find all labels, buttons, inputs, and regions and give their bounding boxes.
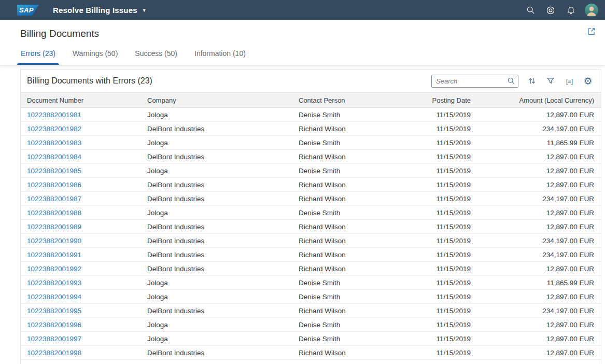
notifications-bell-icon[interactable] (565, 4, 577, 17)
posting-date-cell: 11/15/2019 (417, 164, 475, 178)
company-cell: Jologa (141, 108, 292, 122)
column-header-document-number[interactable]: Document Number (21, 93, 141, 108)
amount-cell: 12,897.00 EUR (475, 178, 601, 192)
document-number-link[interactable]: 10223882001983 (27, 139, 81, 147)
contact-person-cell: Denise Smith (292, 108, 417, 122)
document-number-link[interactable]: 10223882001993 (27, 279, 81, 287)
tab-warnings[interactable]: Warnings (50) (73, 49, 118, 65)
user-avatar[interactable] (585, 4, 598, 17)
contact-person-cell: Richard Wilson (292, 220, 417, 234)
amount-cell: 12,897.00 EUR (475, 318, 601, 332)
company-cell: DelBont Industries (141, 304, 292, 318)
tab-success[interactable]: Success (50) (135, 49, 177, 65)
table-row: 10223882001991 DelBont Industries Richar… (21, 248, 601, 262)
contact-person-cell: Richard Wilson (292, 178, 417, 192)
amount-cell: 234,197.00 EUR (475, 248, 601, 262)
column-header-company[interactable]: Company (141, 93, 292, 108)
posting-date-cell: 11/15/2019 (417, 122, 475, 136)
contact-person-cell: Richard Wilson (292, 150, 417, 164)
column-header-posting-date[interactable]: Posting Date (417, 93, 475, 108)
posting-date-cell: 11/15/2019 (417, 276, 475, 290)
company-cell: DelBont Industries (141, 248, 292, 262)
search-box (431, 75, 518, 88)
contact-person-cell: Richard Wilson (292, 262, 417, 276)
document-number-link[interactable]: 10223882001990 (27, 237, 81, 245)
posting-date-cell: 11/15/2019 (417, 206, 475, 220)
document-number-link[interactable]: 10223882001987 (27, 195, 81, 203)
table-row: 10223882001990 DelBont Industries Richar… (21, 234, 601, 248)
amount-cell: 234,197.00 EUR (475, 192, 601, 206)
column-header-contact-person[interactable]: Contact Person (292, 93, 417, 108)
document-number-link[interactable]: 10223882001995 (27, 307, 81, 315)
document-number-link[interactable]: 10223882001998 (27, 349, 81, 357)
company-cell: Jologa (141, 206, 292, 220)
contact-person-cell: Denise Smith (292, 276, 417, 290)
table-title: Billing Documents with Errors (23) (27, 76, 152, 86)
company-cell: Jologa (141, 136, 292, 150)
contact-person-cell: Richard Wilson (292, 248, 417, 262)
document-number-link[interactable]: 10223882001996 (27, 321, 81, 329)
settings-gear-icon[interactable]: ⚙ (583, 76, 593, 86)
company-cell: DelBont Industries (141, 220, 292, 234)
group-icon[interactable]: [≡] (564, 76, 574, 86)
table-row: 10223882001997 Jologa Denise Smith 11/15… (21, 332, 601, 346)
posting-date-cell: 11/15/2019 (417, 220, 475, 234)
table-row: 10223882001989 DelBont Industries Richar… (21, 220, 601, 234)
sap-logo[interactable]: SAP (17, 5, 39, 16)
amount-cell: 12,897.00 EUR (475, 332, 601, 346)
amount-cell: 12,897.00 EUR (475, 220, 601, 234)
contact-person-cell: Denise Smith (292, 290, 417, 304)
table-row: 10223882001993 Jologa Denise Smith 11/15… (21, 276, 601, 290)
posting-date-cell: 11/15/2019 (417, 318, 475, 332)
shellbar: SAP Resolve Billing Issues ▼ (0, 0, 605, 20)
document-number-link[interactable]: 10223882001989 (27, 223, 81, 231)
posting-date-cell: 11/15/2019 (417, 290, 475, 304)
posting-date-cell: 11/15/2019 (417, 346, 475, 360)
document-number-link[interactable]: 10223882001991 (27, 251, 81, 259)
document-number-link[interactable]: 10223882001985 (27, 167, 81, 175)
document-number-link[interactable]: 10223882001994 (27, 293, 81, 301)
toolbar-actions: [≡] ⚙ (431, 75, 593, 88)
table-header: Document Number Company Contact Person P… (21, 93, 601, 108)
share-icon[interactable] (585, 25, 597, 37)
posting-date-cell: 11/15/2019 (417, 136, 475, 150)
company-cell: Jologa (141, 164, 292, 178)
contact-person-cell: Richard Wilson (292, 192, 417, 206)
document-number-link[interactable]: 10223882001981 (27, 111, 81, 119)
tab-errors[interactable]: Errors (23) (21, 49, 55, 65)
search-input[interactable] (431, 75, 518, 88)
tab-information[interactable]: Information (10) (194, 49, 246, 65)
contact-person-cell: Denise Smith (292, 164, 417, 178)
posting-date-cell: 11/15/2019 (417, 248, 475, 262)
search-submit-icon[interactable] (507, 77, 515, 87)
posting-date-cell: 11/15/2019 (417, 304, 475, 318)
filter-icon[interactable] (545, 76, 556, 86)
document-number-link[interactable]: 10223882001982 (27, 125, 81, 133)
column-header-amount[interactable]: Amount (Local Currency) (475, 93, 601, 108)
sap-logo-text: SAP (17, 6, 34, 14)
contact-person-cell: Richard Wilson (292, 304, 417, 318)
copilot-icon[interactable] (544, 4, 557, 17)
search-icon[interactable] (524, 4, 537, 17)
sort-icon[interactable] (527, 76, 537, 86)
shellbar-actions (524, 4, 598, 17)
document-number-link[interactable]: 10223882001986 (27, 181, 81, 189)
page-title: Billing Documents (0, 20, 605, 39)
contact-person-cell: Richard Wilson (292, 122, 417, 136)
company-cell: Jologa (141, 332, 292, 346)
company-cell: DelBont Industries (141, 346, 292, 360)
document-number-link[interactable]: 10223882001997 (27, 335, 81, 343)
app-title-dropdown[interactable]: ▼ (142, 8, 147, 13)
document-number-link[interactable]: 10223882001984 (27, 153, 81, 161)
contact-person-cell: Richard Wilson (292, 346, 417, 360)
amount-cell: 12,897.00 EUR (475, 262, 601, 276)
document-number-link[interactable]: 10223882001988 (27, 209, 81, 217)
contact-person-cell: Denise Smith (292, 332, 417, 346)
billing-documents-table: Document Number Company Contact Person P… (21, 92, 601, 364)
table-row: 10223882001994 Jologa Denise Smith 11/15… (21, 290, 601, 304)
contact-person-cell: Richard Wilson (292, 234, 417, 248)
table-row: 10223882001984 DelBont Industries Richar… (21, 150, 601, 164)
amount-cell: 12,897.00 EUR (475, 290, 601, 304)
document-number-link[interactable]: 10223882001992 (27, 265, 81, 273)
amount-cell: 12,897.00 EUR (475, 346, 601, 360)
